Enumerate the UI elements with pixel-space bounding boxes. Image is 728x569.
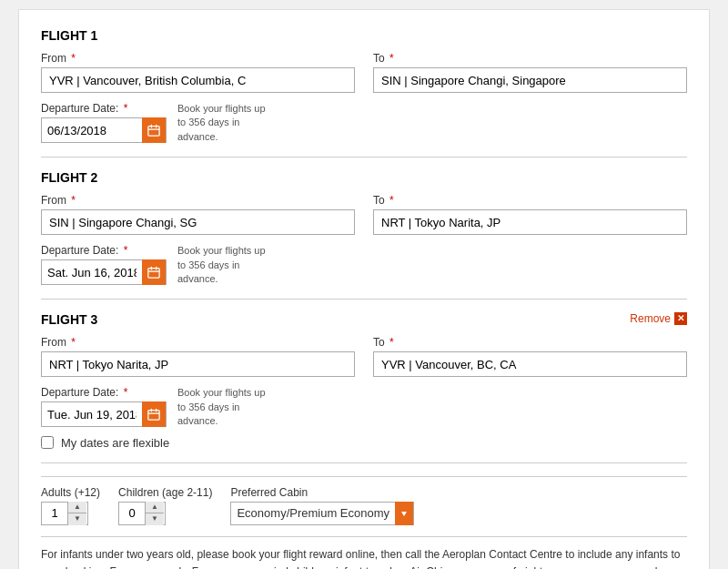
children-spinner-buttons: ▲ ▼ bbox=[145, 502, 164, 525]
flight-1-date-container bbox=[41, 117, 167, 143]
flight-3-date-group: Departure Date: * bbox=[41, 386, 167, 427]
flight-3-section: Remove ✕ FLIGHT 3 From * To * Departure … bbox=[41, 312, 687, 462]
flight-1-to-input[interactable] bbox=[373, 67, 687, 93]
svg-rect-4 bbox=[148, 269, 159, 279]
adults-spinner-buttons: ▲ ▼ bbox=[67, 502, 86, 525]
flight-2-to-group: To * bbox=[373, 194, 687, 235]
svg-rect-0 bbox=[148, 127, 159, 137]
cabin-select-wrap: Economy/Premium Economy Business First bbox=[230, 502, 414, 525]
cabin-select[interactable]: Economy/Premium Economy Business First bbox=[231, 503, 395, 524]
flight-2-date-container bbox=[41, 259, 167, 285]
children-label: Children (age 2-11) bbox=[118, 486, 212, 499]
passengers-section: Adults (+12) ▲ ▼ Children (age 2-11) ▲ ▼ bbox=[41, 476, 687, 569]
flight-2-from-label: From * bbox=[41, 194, 355, 207]
adults-increment-button[interactable]: ▲ bbox=[68, 502, 86, 513]
flight-1-section: FLIGHT 1 From * To * Departure Date: * bbox=[41, 28, 687, 157]
flight-3-to-input[interactable] bbox=[373, 351, 687, 377]
children-group: Children (age 2-11) ▲ ▼ bbox=[118, 486, 212, 525]
svg-rect-8 bbox=[148, 411, 159, 421]
flight-3-to-label: To * bbox=[373, 336, 687, 349]
flight-1-from-label: From * bbox=[41, 52, 355, 65]
flight-3-from-input[interactable] bbox=[41, 351, 355, 377]
flight-3-date-container bbox=[41, 401, 167, 427]
flight-1-date-row: Departure Date: * Book your flights up t… bbox=[41, 102, 687, 144]
flight-3-date-input[interactable] bbox=[42, 403, 142, 426]
flight-1-advance-note: Book your flights up to 356 days in adva… bbox=[177, 102, 268, 144]
flight-2-advance-note: Book your flights up to 356 days in adva… bbox=[177, 244, 268, 286]
children-increment-button[interactable]: ▲ bbox=[146, 502, 164, 513]
passengers-row: Adults (+12) ▲ ▼ Children (age 2-11) ▲ ▼ bbox=[41, 486, 687, 525]
adults-spinner: ▲ ▼ bbox=[41, 502, 88, 525]
flight-2-title: FLIGHT 2 bbox=[41, 170, 687, 185]
flight-3-title: FLIGHT 3 bbox=[41, 312, 687, 327]
flight-1-from-input[interactable] bbox=[41, 67, 355, 93]
flight-2-from-input[interactable] bbox=[41, 209, 355, 235]
flight-1-title: FLIGHT 1 bbox=[41, 28, 687, 43]
flight-3-date-label: Departure Date: * bbox=[41, 386, 167, 399]
children-value[interactable] bbox=[119, 506, 145, 520]
children-decrement-button[interactable]: ▼ bbox=[146, 513, 164, 525]
flight-1-date-label: Departure Date: * bbox=[41, 102, 167, 115]
remove-x-icon: ✕ bbox=[674, 312, 687, 325]
flight-2-date-group: Departure Date: * bbox=[41, 244, 167, 285]
remove-flight-link[interactable]: Remove ✕ bbox=[630, 312, 687, 325]
flight-3-date-row: Departure Date: * Book your flights up t… bbox=[41, 386, 687, 428]
adults-label: Adults (+12) bbox=[41, 486, 100, 499]
flexible-dates-label: My dates are flexible bbox=[61, 436, 169, 450]
children-spinner: ▲ ▼ bbox=[118, 502, 166, 525]
flight-3-from-label: From * bbox=[41, 336, 355, 349]
flight-2-to-input[interactable] bbox=[373, 209, 687, 235]
flight-1-date-group: Departure Date: * bbox=[41, 102, 167, 143]
remove-label: Remove bbox=[630, 312, 671, 325]
flight-2-date-input[interactable] bbox=[42, 261, 142, 284]
flight-1-date-input[interactable] bbox=[42, 119, 142, 142]
flight-2-date-row: Departure Date: * Book your flights up t… bbox=[41, 244, 687, 286]
flight-2-section: FLIGHT 2 From * To * Departure Date: * bbox=[41, 170, 687, 300]
adults-value[interactable] bbox=[42, 506, 67, 520]
cabin-label: Preferred Cabin bbox=[230, 486, 414, 499]
flight-3-to-group: To * bbox=[373, 336, 687, 377]
adults-group: Adults (+12) ▲ ▼ bbox=[41, 486, 100, 525]
cabin-group: Preferred Cabin Economy/Premium Economy … bbox=[230, 486, 414, 525]
flexible-dates-checkbox[interactable] bbox=[41, 436, 54, 449]
flight-1-to-label: To * bbox=[373, 52, 687, 65]
flight-3-calendar-icon[interactable] bbox=[142, 401, 166, 427]
cabin-select-arrow-icon bbox=[395, 502, 413, 525]
info-text: For infants under two years old, please … bbox=[41, 536, 687, 569]
flight-2-to-label: To * bbox=[373, 194, 687, 207]
svg-marker-12 bbox=[401, 512, 407, 516]
booking-form: FLIGHT 1 From * To * Departure Date: * bbox=[18, 9, 710, 569]
flight-2-calendar-icon[interactable] bbox=[142, 259, 166, 285]
flight-2-date-label: Departure Date: * bbox=[41, 244, 167, 257]
flight-1-calendar-icon[interactable] bbox=[142, 117, 166, 143]
flight-3-from-group: From * bbox=[41, 336, 355, 377]
adults-decrement-button[interactable]: ▼ bbox=[68, 513, 86, 525]
flight-1-to-group: To * bbox=[373, 52, 687, 93]
from-required: * bbox=[68, 52, 76, 65]
flight-1-from-group: From * bbox=[41, 52, 355, 93]
flight-2-from-group: From * bbox=[41, 194, 355, 235]
flight-3-advance-note: Book your flights up to 356 days in adva… bbox=[177, 386, 268, 428]
flexible-dates-row: My dates are flexible bbox=[41, 436, 687, 450]
